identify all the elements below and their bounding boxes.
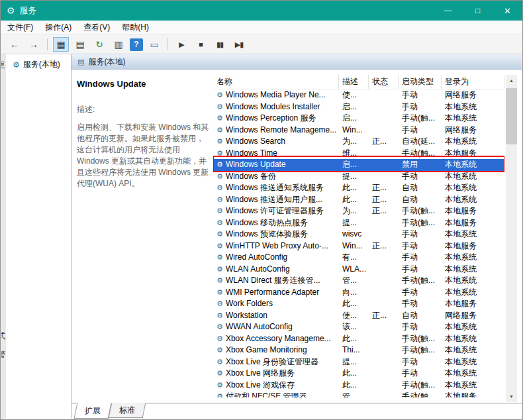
table-row[interactable]: ⚙Windows Remote Manageme... Win... 手动 网络… xyxy=(213,125,504,136)
gear-icon: ⚙ xyxy=(216,114,223,122)
service-startup-cell: 手动(触... xyxy=(399,380,442,392)
stop-service-icon[interactable]: ■ xyxy=(193,37,209,52)
menu-action[interactable]: 操作(A) xyxy=(39,20,77,35)
panel-icon: ▤ xyxy=(77,58,84,66)
vertical-scrollbar[interactable]: ▲ ▼ xyxy=(506,75,517,402)
service-status-cell: 正... xyxy=(369,194,399,206)
service-desc-cell: 此... xyxy=(339,182,369,194)
table-row[interactable]: ⚙Windows 预览体验服务 wisvc 手动 本地系统 xyxy=(213,229,504,240)
table-row[interactable]: ⚙Xbox Game Monitoring Thi... 手动(触... 本地系… xyxy=(213,344,504,356)
gear-icon: ⚙ xyxy=(216,137,223,145)
main-area: 更 式 警 ⚙ 服务(本地) ▤ 服务(本地) Windows Update 描… xyxy=(1,54,522,419)
service-desc-cell: 该... xyxy=(339,321,369,333)
service-name: 付款和 NFC/SE 管理器 xyxy=(226,392,307,397)
menu-help[interactable]: 帮助(H) xyxy=(116,20,155,35)
service-status-cell xyxy=(369,148,399,160)
table-row[interactable]: ⚙Windows Media Player Ne... 使... 手动 网络服务 xyxy=(213,89,504,101)
service-logon-cell: 本地系统 xyxy=(442,171,504,183)
service-detail-pane: Windows Update 描述: 启用检测、下载和安装 Windows 和其… xyxy=(77,79,211,189)
table-row[interactable]: ⚙Windows 推送通知用户服... 此... 正... 自动 本地系统 xyxy=(213,194,504,206)
background-window-edge: 更 式 警 xyxy=(1,54,6,419)
service-name: Windows Perception 服务 xyxy=(226,113,316,123)
table-row[interactable]: ⚙Windows 移动热点服务 提... 手动(触... 本地服务 xyxy=(213,217,504,229)
table-row[interactable]: ⚙Windows 备份 提... 手动 本地系统 xyxy=(213,171,504,183)
pause-service-icon[interactable]: ▮▮ xyxy=(212,37,228,52)
service-name: Xbox Game Monitoring xyxy=(226,345,307,354)
gear-icon: ⚙ xyxy=(216,91,223,99)
menubar: 文件(F) 操作(A) 查看(V) 帮助(H) xyxy=(1,21,522,35)
service-startup-cell: 手动(触... xyxy=(399,344,442,356)
column-header-status[interactable]: 状态 xyxy=(369,75,399,89)
service-name: Work Folders xyxy=(226,299,273,308)
table-row[interactable]: ⚙WWAN AutoConfig 该... 手动 本地系统 xyxy=(213,321,504,333)
show-console-tree-icon[interactable]: ▦ xyxy=(53,37,69,52)
table-row[interactable]: ⚙Wired AutoConfig 有... 手动 本地系统 xyxy=(213,252,504,264)
service-desc-cell: 有... xyxy=(339,252,369,264)
gear-icon: ⚙ xyxy=(216,323,223,331)
forward-icon[interactable]: → xyxy=(26,37,42,52)
service-startup-cell: 手动 xyxy=(399,125,442,136)
maximize-button[interactable]: □ xyxy=(463,1,493,21)
table-row[interactable]: ⚙WLAN Direct 服务连接管... 管... 手动(触... 本地系统 xyxy=(213,275,504,287)
table-row[interactable]: ⚙WMI Performance Adapter 向... 手动 本地系统 xyxy=(213,287,504,299)
service-logon-cell: 本地系统 xyxy=(442,287,504,299)
background-text-fragment: 警 xyxy=(1,349,5,360)
table-row[interactable]: ⚙WLAN AutoConfig WLA... 手动 本地系统 xyxy=(213,264,504,276)
service-desc-cell: 此... xyxy=(339,333,369,345)
table-row[interactable]: ⚙Windows 推送通知系统服务 此... 正... 自动 本地系统 xyxy=(213,182,504,194)
table-row[interactable]: ⚙Windows Update 启... 禁用 本地系统 xyxy=(213,159,504,171)
refresh-icon[interactable]: ↻ xyxy=(91,37,107,52)
service-name: Windows Update xyxy=(226,160,286,169)
service-name: Windows 预览体验服务 xyxy=(226,229,308,238)
service-status-cell xyxy=(369,217,399,229)
table-row[interactable]: ⚙Windows Time 维... 手动(触... 本地服务 xyxy=(213,148,504,160)
service-name: Windows 移动热点服务 xyxy=(226,218,308,227)
menu-file[interactable]: 文件(F) xyxy=(1,20,39,35)
table-row[interactable]: ⚙WinHTTP Web Proxy Auto-... Win... 正... … xyxy=(213,240,504,252)
service-status-cell: 正... xyxy=(369,310,399,322)
table-row[interactable]: ⚙Windows Modules Installer 启... 手动 本地系统 xyxy=(213,101,504,113)
table-row[interactable]: ⚙Xbox Live 游戏保存 此... 手动(触... 本地系统 xyxy=(213,380,504,392)
scrollbar-thumb[interactable] xyxy=(506,88,517,144)
tab-extended[interactable]: 扩展 xyxy=(73,403,111,419)
table-row[interactable]: ⚙Xbox Live 网络服务 此... 手动 本地系统 xyxy=(213,368,504,380)
restart-service-icon[interactable]: ▶▮ xyxy=(231,37,247,52)
service-name: WWAN AutoConfig xyxy=(226,322,293,331)
tree-item-services-local[interactable]: ⚙ 服务(本地) xyxy=(13,59,71,70)
table-row[interactable]: ⚙Work Folders 此... 手动 本地服务 xyxy=(213,298,504,310)
service-desc-cell: 为... xyxy=(339,205,369,217)
table-row[interactable]: ⚙Xbox Live 身份验证管理器 提... 手动 本地系统 xyxy=(213,356,504,368)
view-icon[interactable]: ▭ xyxy=(146,37,162,52)
service-startup-cell: 自动 xyxy=(399,182,442,194)
minimize-button[interactable]: — xyxy=(433,1,463,21)
scroll-up-icon[interactable]: ▲ xyxy=(506,75,517,86)
table-row[interactable]: ⚙Windows Search 为... 正... 自动(延... 本地系统 xyxy=(213,136,504,148)
column-header-name[interactable]: 名称 xyxy=(213,75,339,89)
menu-view[interactable]: 查看(V) xyxy=(77,20,116,35)
table-row[interactable]: ⚙Windows Perception 服务 启... 手动(触... 本地系统 xyxy=(213,113,504,125)
service-logon-cell: 本地服务 xyxy=(442,148,504,160)
table-row[interactable]: ⚙付款和 NFC/SE 管理器 管... 手动(触... 本地服务 xyxy=(213,391,504,397)
column-header-startup-type[interactable]: 启动类型 xyxy=(399,75,442,89)
service-desc-cell: 此... xyxy=(339,368,369,380)
back-icon[interactable]: ← xyxy=(7,37,23,52)
table-row[interactable]: ⚙Windows 许可证管理器服务 为... 正... 手动(触... 本地服务 xyxy=(213,205,504,217)
scroll-down-icon[interactable]: ▼ xyxy=(506,391,517,402)
service-desc-cell: 提... xyxy=(339,217,369,229)
service-name: Xbox Live 游戏保存 xyxy=(226,380,295,390)
column-header-logon-as[interactable]: 登录为 xyxy=(442,75,504,89)
service-logon-cell: 本地服务 xyxy=(442,217,504,229)
close-button[interactable]: ✕ xyxy=(493,1,522,21)
help-icon[interactable]: ? xyxy=(130,38,143,51)
export-list-icon[interactable]: ▥ xyxy=(111,37,126,52)
service-logon-cell: 本地系统 xyxy=(442,333,504,345)
properties-icon[interactable]: ▤ xyxy=(72,37,88,52)
tab-standard[interactable]: 标准 xyxy=(109,403,146,418)
service-desc-cell: wisvc xyxy=(339,229,369,240)
service-name: Windows 推送通知系统服务 xyxy=(226,183,324,192)
table-row[interactable]: ⚙Workstation 使... 正... 自动 网络服务 xyxy=(213,310,504,322)
start-service-icon[interactable]: ▶ xyxy=(173,37,189,52)
service-desc-cell: WLA... xyxy=(339,264,369,276)
column-header-description[interactable]: 描述 xyxy=(339,75,369,89)
table-row[interactable]: ⚙Xbox Accessory Manageme... 此... 手动(触...… xyxy=(213,333,504,345)
